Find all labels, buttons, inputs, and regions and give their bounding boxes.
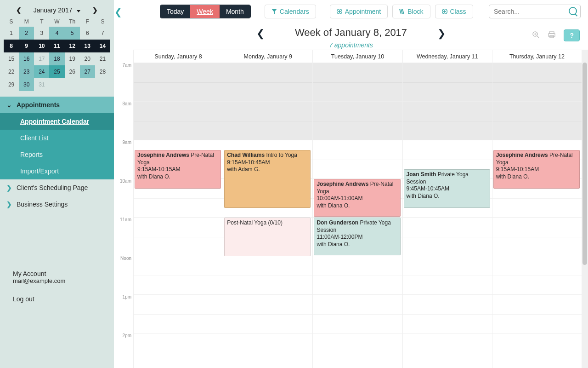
mini-cal-day[interactable]: 8 (4, 40, 19, 52)
help-button[interactable]: ? (564, 29, 580, 41)
today-button[interactable]: Today (160, 5, 190, 18)
mini-cal-day[interactable]: 1 (4, 27, 19, 40)
mini-cal-day[interactable]: 15 (4, 52, 19, 65)
appointment-event[interactable]: Joan Smith Private Yoga Session9:45AM-10… (404, 169, 490, 208)
hour-slot[interactable] (134, 295, 223, 334)
hour-slot[interactable] (492, 102, 582, 140)
hour-slot[interactable] (403, 334, 492, 368)
hour-slot[interactable] (313, 102, 402, 140)
day-grid[interactable]: Joan Smith Private Yoga Session9:45AM-10… (403, 63, 492, 368)
mini-cal-day[interactable]: 21 (95, 52, 110, 65)
zoom-icon[interactable] (532, 31, 540, 40)
day-grid[interactable]: Chad Williams Intro to Yoga9:15AM-10:45A… (223, 63, 312, 368)
mini-cal-day[interactable]: 24 (34, 65, 49, 78)
logout-link[interactable]: Log out (0, 290, 114, 308)
sidebar-item-client-list[interactable]: Client List (0, 130, 114, 146)
mini-cal-day[interactable]: 16 (19, 52, 34, 65)
hour-slot[interactable] (223, 256, 312, 295)
nav-group-appointments[interactable]: ⌄ Appointments (0, 97, 114, 113)
hour-slot[interactable] (313, 334, 402, 368)
mini-cal-day[interactable]: 20 (80, 52, 95, 65)
appointment-event[interactable]: Josephine Andrews Pre-Natal Yoga9:15AM-1… (135, 150, 221, 189)
appointment-event[interactable]: Chad Williams Intro to Yoga9:15AM-10:45A… (224, 150, 311, 208)
calendars-filter-button[interactable]: Calendars (265, 5, 316, 18)
appointment-event[interactable]: Josephine Andrews Pre-Natal Yoga9:15AM-1… (493, 150, 580, 189)
hour-slot[interactable] (403, 63, 492, 102)
mini-cal-day[interactable]: 31 (34, 78, 49, 91)
mini-cal-day[interactable]: 7 (95, 27, 110, 40)
mini-cal-day[interactable]: 4 (49, 27, 64, 40)
mini-cal-day[interactable]: 26 (65, 65, 80, 78)
day-grid[interactable]: Josephine Andrews Pre-Natal Yoga9:15AM-1… (134, 63, 223, 368)
mini-cal-day[interactable]: 30 (19, 78, 34, 91)
week-next-icon[interactable]: ❯ (437, 28, 446, 40)
mini-cal-day[interactable]: 28 (95, 65, 110, 78)
mini-cal-day[interactable]: 9 (19, 40, 34, 52)
mini-cal-day[interactable]: 17 (34, 52, 49, 65)
mini-cal-day[interactable]: 10 (34, 40, 49, 52)
hour-slot[interactable] (313, 63, 402, 102)
hour-slot[interactable] (313, 140, 402, 179)
new-appointment-button[interactable]: Appointment (330, 5, 388, 18)
print-icon[interactable] (548, 31, 555, 40)
new-block-button[interactable]: Block (392, 5, 430, 18)
sidebar-item-import-export[interactable]: Import/Export (0, 163, 114, 179)
appointment-event[interactable]: Josephine Andrews Pre-Natal Yoga10:00AM-… (314, 179, 400, 217)
hour-slot[interactable] (492, 218, 582, 256)
mini-cal-next-icon[interactable]: ❯ (90, 6, 101, 14)
mini-cal-day[interactable]: 6 (80, 27, 95, 40)
hour-slot[interactable] (403, 102, 492, 140)
hour-slot[interactable] (223, 63, 312, 102)
appointment-event[interactable]: Post-Natal Yoga (0/10) (224, 218, 311, 256)
mini-cal-day[interactable]: 12 (65, 40, 80, 52)
week-prev-icon[interactable]: ❮ (256, 28, 265, 40)
mini-cal-day[interactable]: 14 (95, 40, 110, 52)
mini-cal-day[interactable]: 27 (80, 65, 95, 78)
hour-slot[interactable] (492, 334, 582, 368)
hour-slot[interactable] (313, 295, 402, 334)
hour-slot[interactable] (403, 218, 492, 256)
hour-slot[interactable] (134, 102, 223, 140)
hour-slot[interactable] (134, 256, 223, 295)
mini-cal-day[interactable]: 19 (65, 52, 80, 65)
mini-cal-day[interactable]: 13 (80, 40, 95, 52)
search-icon[interactable] (569, 7, 577, 15)
hour-slot[interactable] (134, 63, 223, 102)
search-input[interactable] (489, 5, 581, 18)
hour-slot[interactable] (223, 334, 312, 368)
month-button[interactable]: Month (220, 5, 250, 18)
mini-cal-month-label[interactable]: January 2017 (34, 6, 81, 14)
sidebar-collapse-icon[interactable]: ❮ (114, 6, 122, 17)
mini-cal-day[interactable]: 29 (4, 78, 19, 91)
mini-cal-day[interactable]: 3 (34, 27, 49, 40)
hour-slot[interactable] (134, 334, 223, 368)
scrollbar-thumb[interactable] (582, 63, 587, 265)
day-grid[interactable]: Josephine Andrews Pre-Natal Yoga10:00AM-… (313, 63, 402, 368)
hour-slot[interactable] (223, 295, 312, 334)
hour-slot[interactable] (492, 63, 582, 102)
nav-link-clients-page[interactable]: ❯ Client's Scheduling Page (0, 179, 114, 196)
mini-cal-prev-icon[interactable]: ❮ (13, 6, 24, 14)
hour-slot[interactable] (403, 256, 492, 295)
account-label[interactable]: My Account (13, 270, 101, 277)
hour-slot[interactable] (223, 102, 312, 140)
mini-cal-day[interactable]: 25 (49, 65, 64, 78)
hour-slot[interactable] (492, 256, 582, 295)
mini-cal-day[interactable]: 18 (49, 52, 64, 65)
hour-slot[interactable] (313, 256, 402, 295)
hour-slot[interactable] (403, 295, 492, 334)
mini-cal-day[interactable]: 23 (19, 65, 34, 78)
mini-cal-day[interactable]: 5 (65, 27, 80, 40)
mini-cal-day[interactable]: 11 (49, 40, 64, 52)
sidebar-item-appointment-calendar[interactable]: Appointment Calendar (0, 113, 114, 130)
hour-slot[interactable] (134, 218, 223, 256)
mini-cal-day[interactable]: 2 (19, 27, 34, 40)
scrollbar[interactable] (582, 50, 588, 368)
new-class-button[interactable]: Class (435, 5, 473, 18)
mini-cal-day[interactable]: 22 (4, 65, 19, 78)
hour-slot[interactable] (492, 295, 582, 334)
nav-link-business-settings[interactable]: ❯ Business Settings (0, 196, 114, 213)
sidebar-item-reports[interactable]: Reports (0, 146, 114, 163)
appointment-event[interactable]: Don Gunderson Private Yoga Session11:00A… (314, 218, 400, 255)
week-button[interactable]: Week (190, 5, 220, 18)
